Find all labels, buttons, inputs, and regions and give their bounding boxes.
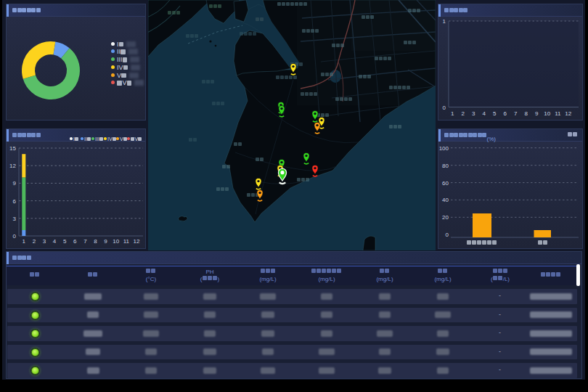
svg-text:80: 80 (442, 163, 449, 169)
svg-text:10: 10 (544, 110, 550, 117)
svg-text:12: 12 (9, 163, 16, 169)
svg-text:11: 11 (123, 238, 130, 245)
svg-text:1: 1 (451, 110, 454, 117)
svg-text:4: 4 (53, 238, 57, 245)
svg-text:9: 9 (13, 180, 17, 187)
svg-text:11: 11 (555, 110, 561, 117)
svg-text:5: 5 (63, 238, 67, 245)
svg-text:0: 0 (443, 105, 446, 111)
svg-text:100: 100 (439, 145, 449, 152)
svg-text:7: 7 (514, 110, 518, 117)
svg-text:0: 0 (13, 233, 17, 240)
svg-text:9: 9 (535, 110, 539, 117)
svg-text:20: 20 (442, 214, 449, 221)
svg-text:12: 12 (565, 110, 571, 117)
svg-text:0: 0 (446, 232, 449, 238)
svg-text:15: 15 (9, 145, 16, 152)
svg-text:1: 1 (23, 238, 26, 245)
svg-text:6: 6 (13, 198, 17, 205)
svg-text:5: 5 (493, 110, 497, 117)
svg-text:8: 8 (94, 238, 97, 245)
svg-text:4: 4 (483, 110, 486, 117)
svg-text:6: 6 (73, 238, 77, 245)
svg-text:6: 6 (504, 110, 507, 117)
svg-text:12: 12 (133, 238, 139, 245)
svg-text:7: 7 (83, 238, 87, 245)
svg-text:3: 3 (472, 110, 475, 117)
svg-text:9: 9 (104, 238, 107, 245)
svg-text:10: 10 (113, 238, 119, 245)
svg-text:2: 2 (33, 238, 36, 245)
svg-text:1: 1 (443, 18, 446, 25)
svg-text:2: 2 (462, 110, 465, 117)
svg-text:40: 40 (442, 197, 449, 203)
svg-text:8: 8 (525, 110, 528, 117)
svg-text:3: 3 (43, 238, 46, 245)
svg-text:3: 3 (13, 216, 17, 222)
svg-text:60: 60 (442, 180, 449, 187)
